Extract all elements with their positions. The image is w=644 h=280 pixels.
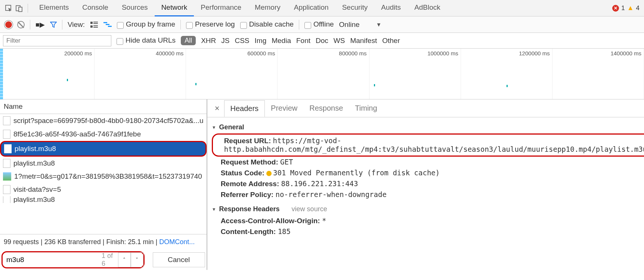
waterfall-icon[interactable] [103, 21, 112, 28]
tab-memory[interactable]: Memory [248, 0, 287, 16]
acao-row: Access-Control-Allow-Origin: * [212, 215, 644, 226]
view-source-link[interactable]: view source [292, 205, 327, 213]
filter-manifest[interactable]: Manifest [350, 37, 377, 45]
tab-network[interactable]: Network [155, 0, 194, 16]
tab-elements[interactable]: Elements [32, 0, 75, 16]
device-toggle-icon[interactable] [15, 4, 23, 12]
filter-input[interactable] [3, 35, 111, 46]
cancel-button[interactable]: Cancel [153, 252, 205, 267]
request-row[interactable]: playlist.m3u8 [0, 196, 207, 203]
preserve-log-label: Preserve log [195, 20, 235, 28]
status-code-row: Status Code: 301 Moved Permanently (from… [212, 167, 644, 178]
file-icon [3, 130, 10, 139]
name-column-header[interactable]: Name [0, 99, 207, 114]
request-row[interactable]: visit-data?sv=5 [0, 183, 207, 196]
acao-value: * [322, 216, 326, 225]
timeline-tick: 1400000 ms [610, 50, 641, 56]
request-row[interactable]: 1?metr=0&s=g017&n=381958%3B381958&t=1523… [0, 170, 207, 183]
timeline-tick: 400000 ms [156, 50, 183, 56]
throttling-select[interactable]: Online [339, 21, 360, 29]
screenshot-icon[interactable]: ■▶ [35, 21, 45, 29]
request-name: 1?metr=0&s=g017&n=381958%3B381958&t=1523… [14, 172, 202, 181]
domcontent-link[interactable]: DOMCont... [159, 238, 195, 246]
chevron-down-icon[interactable]: ▼ [376, 21, 382, 28]
filter-js[interactable]: JS [221, 37, 229, 45]
filter-font[interactable]: Font [296, 37, 310, 45]
svg-rect-10 [106, 24, 109, 25]
request-row[interactable]: playlist.m3u8 [0, 157, 207, 170]
request-rows[interactable]: script?space=6699795f-b80d-4bb0-9180-207… [0, 114, 207, 234]
filter-media[interactable]: Media [272, 37, 291, 45]
general-section[interactable]: ▼General [212, 123, 644, 131]
file-icon [3, 159, 10, 168]
timeline-tick: 1000000 ms [427, 50, 458, 56]
tab-audits[interactable]: Audits [374, 0, 408, 16]
tab-timing[interactable]: Timing [349, 100, 383, 116]
filter-doc[interactable]: Doc [316, 37, 328, 45]
inspect-icon[interactable] [4, 4, 13, 12]
tab-headers[interactable]: Headers [224, 100, 265, 117]
clear-button[interactable] [17, 21, 25, 28]
search-input[interactable] [3, 256, 99, 264]
group-by-frame-option[interactable]: Group by frame [117, 20, 175, 28]
hide-data-urls-option[interactable]: Hide data URLs [117, 36, 176, 44]
file-icon [3, 196, 10, 203]
remote-address-value: 88.196.221.231:443 [281, 179, 358, 188]
details-pane: × Headers Preview Response Timing ▼Gener… [207, 99, 644, 270]
filter-all[interactable]: All [181, 36, 196, 45]
filter-toggle-icon[interactable] [50, 21, 57, 28]
content-length-row: Content-Length: 185 [212, 226, 644, 237]
referrer-policy-row: Referrer Policy: no-referrer-when-downgr… [212, 189, 644, 200]
referrer-policy-label: Referrer Policy: [221, 191, 274, 199]
response-headers-section[interactable]: ▼Response Headersview source [212, 205, 644, 213]
offline-option[interactable]: Offline [304, 20, 334, 28]
tab-security[interactable]: Security [335, 0, 375, 16]
status-code-value: 301 Moved Permanently (from disk cache) [273, 169, 440, 177]
headers-panel: ▼General Request URL: https://mtg-vod-ht… [207, 117, 644, 241]
timeline-tick: 600000 ms [247, 50, 275, 56]
separator [28, 4, 28, 13]
svg-rect-6 [90, 25, 93, 28]
filter-other[interactable]: Other [382, 37, 400, 45]
search-count: 1 of 6 [99, 252, 118, 268]
tab-console[interactable]: Console [75, 0, 115, 16]
close-icon[interactable]: × [210, 104, 224, 113]
request-url-value[interactable]: https://mtg-vod-http.babahhcdn.com/mtg/_… [224, 136, 644, 153]
filter-img[interactable]: Img [255, 37, 267, 45]
record-button[interactable] [5, 21, 12, 28]
warning-number: 4 [636, 4, 640, 12]
request-row[interactable]: script?space=6699795f-b80d-4bb0-9180-207… [0, 114, 207, 127]
details-tabs: × Headers Preview Response Timing [207, 99, 644, 117]
tab-preview[interactable]: Preview [265, 100, 303, 116]
search-next-button[interactable]: ˅ [131, 252, 143, 267]
timeline-overview[interactable]: 200000 ms 400000 ms 600000 ms 800000 ms … [0, 49, 644, 99]
checkbox-icon [240, 22, 247, 29]
large-rows-icon[interactable] [90, 21, 98, 28]
request-row[interactable]: 8f5e1c36-a65f-4936-aa5d-7467a9f1febe [0, 127, 207, 141]
tab-application[interactable]: Application [287, 0, 335, 16]
status-text: 99 requests | 236 KB transferred | Finis… [4, 238, 159, 246]
filter-ws[interactable]: WS [334, 37, 345, 45]
disclosure-triangle-icon: ▼ [212, 125, 216, 130]
referrer-policy-value: no-referrer-when-downgrade [275, 190, 386, 199]
tab-adblock[interactable]: AdBlock [408, 0, 447, 16]
general-label: General [219, 123, 244, 131]
timeline-tick: 200000 ms [64, 50, 92, 56]
error-count[interactable]: ✕1 [612, 4, 625, 12]
response-headers-label: Response Headers [219, 205, 280, 213]
filter-xhr[interactable]: XHR [201, 37, 216, 45]
devtools-topbar: Elements Console Sources Network Perform… [0, 0, 644, 16]
preserve-log-option[interactable]: Preserve log [186, 20, 235, 28]
request-name: 8f5e1c36-a65f-4936-aa5d-7467a9f1febe [13, 130, 141, 138]
timeline-start-marker [0, 49, 3, 99]
tab-performance[interactable]: Performance [194, 0, 248, 16]
error-icon: ✕ [612, 5, 619, 12]
search-prev-button[interactable]: ˄ [118, 252, 131, 267]
tab-response[interactable]: Response [303, 100, 349, 116]
warning-count[interactable]: ▲4 [627, 4, 640, 12]
disable-cache-option[interactable]: Disable cache [240, 20, 294, 28]
filter-css[interactable]: CSS [235, 37, 249, 45]
request-row-selected[interactable]: playlist.m3u8 [0, 141, 207, 157]
error-number: 1 [621, 4, 625, 12]
tab-sources[interactable]: Sources [115, 0, 155, 16]
